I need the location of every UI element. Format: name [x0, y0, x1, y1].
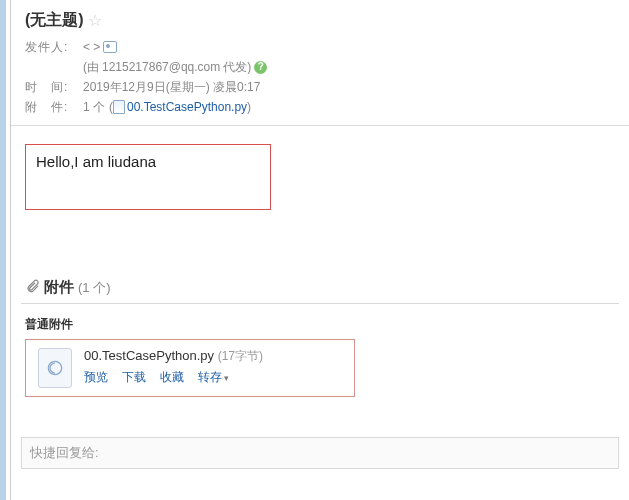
attachments-count: (1 个)	[78, 279, 111, 297]
proxy-suffix: 代发)	[223, 57, 251, 77]
attachments-subtitle: 普通附件	[25, 316, 615, 333]
help-icon[interactable]: ?	[254, 61, 267, 74]
time-label: 时 间:	[25, 77, 83, 97]
quick-reply-placeholder: 快捷回复给:	[30, 445, 99, 460]
contact-card-icon[interactable]	[103, 41, 117, 53]
quick-reply-input[interactable]: 快捷回复给:	[21, 437, 619, 469]
email-body: Hello,I am liudana	[11, 126, 629, 240]
attachments-title: 附件	[44, 278, 74, 297]
proxy-email: 1215217867@qq.com	[102, 57, 220, 77]
subject-row: (无主题) ☆	[25, 10, 615, 31]
saveto-label: 转存	[198, 369, 222, 386]
attachment-item: 00.TestCasePython.py (17字节) 预览 下载 收藏 转存 …	[25, 339, 355, 397]
proxy-row: (由 1215217867@qq.com 代发) ?	[25, 57, 615, 77]
chevron-down-icon: ▾	[224, 373, 229, 383]
attach-label: 附 件:	[25, 97, 83, 117]
file-icon	[113, 100, 125, 114]
attach-row: 附 件: 1 个 ( 00.TestCasePython.py )	[25, 97, 615, 117]
favorite-link[interactable]: 收藏	[160, 369, 184, 386]
sender-label: 发件人:	[25, 37, 83, 57]
email-subject: (无主题)	[25, 10, 84, 31]
star-icon[interactable]: ☆	[88, 11, 102, 30]
attachment-actions: 预览 下载 收藏 转存 ▾	[84, 369, 342, 386]
time-row: 时 间: 2019年12月9日(星期一) 凌晨0:17	[25, 77, 615, 97]
download-link[interactable]: 下载	[122, 369, 146, 386]
email-header: (无主题) ☆ 发件人: < > (由 1215217867@qq.com 代发…	[11, 6, 629, 126]
paren-close: )	[247, 97, 251, 117]
attachments-section: 附件 (1 个) 普通附件 00.TestCasePython.py (17字节…	[21, 274, 619, 415]
attachment-info: 00.TestCasePython.py (17字节) 预览 下载 收藏 转存 …	[84, 348, 342, 386]
header-attachment-link[interactable]: 00.TestCasePython.py	[127, 97, 247, 117]
proxy-prefix: (由	[83, 57, 99, 77]
paperclip-icon	[25, 279, 40, 297]
sender-row: 发件人: < >	[25, 37, 615, 57]
sender-value: < >	[83, 37, 100, 57]
attachment-name: 00.TestCasePython.py	[84, 348, 214, 363]
attachment-size: (17字节)	[218, 349, 263, 363]
message-highlight-box: Hello,I am liudana	[25, 144, 271, 210]
attachment-thumb-icon	[38, 348, 72, 388]
preview-link[interactable]: 预览	[84, 369, 108, 386]
email-content: (无主题) ☆ 发件人: < > (由 1215217867@qq.com 代发…	[10, 0, 629, 500]
time-value: 2019年12月9日(星期一) 凌晨0:17	[83, 77, 260, 97]
message-text: Hello,I am liudana	[36, 153, 156, 170]
attachments-title-row: 附件 (1 个)	[21, 274, 619, 304]
attach-count: 1 个	[83, 97, 105, 117]
saveto-link[interactable]: 转存 ▾	[198, 369, 229, 386]
